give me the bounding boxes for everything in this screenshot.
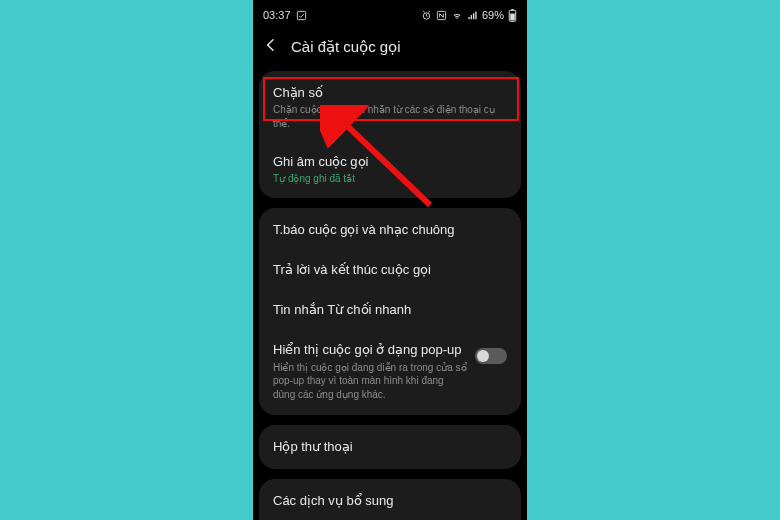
- item-title: Hộp thư thoại: [273, 439, 507, 455]
- svg-rect-5: [510, 13, 515, 20]
- item-call-recording[interactable]: Ghi âm cuộc gọi Tự động ghi đã tắt: [259, 142, 521, 195]
- status-bar: 03:37 69%: [253, 0, 527, 27]
- item-call-alerts[interactable]: T.báo cuộc gọi và nhạc chuông: [259, 210, 521, 250]
- item-subtitle: Chặn cuộc gọi và tin nhắn từ các số điện…: [273, 103, 507, 130]
- nfc-icon: [436, 10, 447, 21]
- battery-icon: [508, 9, 517, 22]
- page-title: Cài đặt cuộc gọi: [291, 38, 401, 56]
- item-title: Ghi âm cuộc gọi: [273, 154, 507, 170]
- settings-group-2: T.báo cuộc gọi và nhạc chuông Trả lời và…: [259, 208, 521, 416]
- item-title: Tin nhắn Từ chối nhanh: [273, 302, 507, 318]
- item-supplementary[interactable]: Các dịch vụ bổ sung: [259, 481, 521, 520]
- settings-group-4: Các dịch vụ bổ sung Cài đặt cuộc gọi khá…: [259, 479, 521, 520]
- settings-group-1: Chặn số Chặn cuộc gọi và tin nhắn từ các…: [259, 71, 521, 198]
- item-title: Hiển thị cuộc gọi ở dạng pop-up: [273, 342, 467, 358]
- item-answer-end[interactable]: Trả lời và kết thúc cuộc gọi: [259, 250, 521, 290]
- popup-toggle[interactable]: [475, 348, 507, 364]
- item-voicemail[interactable]: Hộp thư thoại: [259, 427, 521, 467]
- item-title: Các dịch vụ bổ sung: [273, 493, 507, 509]
- svg-rect-4: [511, 9, 514, 10]
- clock: 03:37: [263, 9, 291, 21]
- phone-screen: 03:37 69% Cài: [253, 0, 527, 520]
- back-button[interactable]: [263, 37, 279, 57]
- svg-rect-0: [297, 11, 305, 19]
- item-quick-decline[interactable]: Tin nhắn Từ chối nhanh: [259, 290, 521, 330]
- item-title: Trả lời và kết thúc cuộc gọi: [273, 262, 507, 278]
- page-header: Cài đặt cuộc gọi: [253, 27, 527, 71]
- item-title: T.báo cuộc gọi và nhạc chuông: [273, 222, 507, 238]
- alarm-icon: [421, 10, 432, 21]
- item-block-numbers[interactable]: Chặn số Chặn cuộc gọi và tin nhắn từ các…: [259, 73, 521, 142]
- item-subtitle: Tự động ghi đã tắt: [273, 173, 507, 184]
- signal-icon: [467, 10, 478, 21]
- wifi-icon: [451, 10, 463, 21]
- screenshot-icon: [296, 10, 307, 21]
- settings-group-3: Hộp thư thoại: [259, 425, 521, 469]
- battery-pct: 69%: [482, 9, 504, 21]
- item-popup-calls[interactable]: Hiển thị cuộc gọi ở dạng pop-up Hiển thị…: [259, 330, 521, 413]
- item-subtitle: Hiển thị cuộc gọi đang diễn ra trong cửa…: [273, 361, 467, 402]
- item-title: Chặn số: [273, 85, 507, 101]
